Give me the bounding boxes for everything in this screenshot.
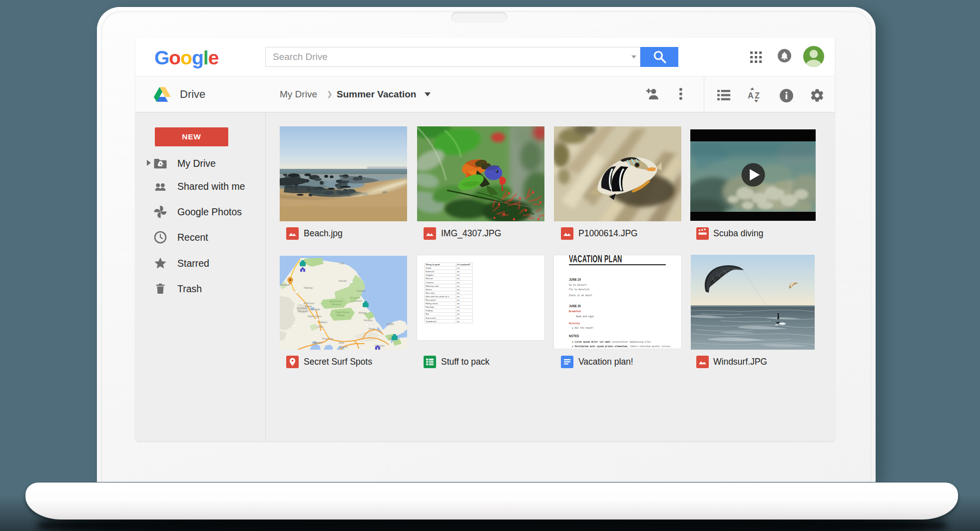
svg-text:MCBH: MCBH <box>387 323 394 326</box>
svg-text:Hiking shoes: Hiking shoes <box>426 302 439 305</box>
svg-text:no: no <box>457 277 460 280</box>
svg-text:Fly to Honolulu: Fly to Honolulu <box>569 288 590 291</box>
svg-text:Breakfast: Breakfast <box>569 310 581 313</box>
svg-text:no: no <box>457 274 460 276</box>
svg-text:Waialua: Waialua <box>281 283 290 286</box>
svg-text:Hauula: Hauula <box>339 279 347 282</box>
svg-text:O Kahana: O Kahana <box>351 299 362 302</box>
svg-text:● Hit the beach!: ● Hit the beach! <box>572 327 594 329</box>
svg-text:Towel: Towel <box>426 267 431 269</box>
svg-text:Flip flops: Flip flops <box>426 306 435 308</box>
svg-text:Waipahu: Waipahu <box>313 341 323 344</box>
svg-text:no: no <box>457 320 460 323</box>
svg-text:Halawa: Halawa <box>339 345 348 348</box>
svg-text:Kahaluu: Kahaluu <box>364 319 373 322</box>
svg-text:Memory card: Memory card <box>426 285 439 287</box>
svg-text:no: no <box>457 281 460 284</box>
svg-text:Wahiawa: Wahiawa <box>310 308 320 311</box>
svg-text:A: A <box>748 91 754 100</box>
svg-text:no: no <box>457 295 460 298</box>
svg-text:no: no <box>457 292 460 294</box>
svg-text:Wapio Acres: Wapio Acres <box>308 315 322 318</box>
svg-text:Refuge: Refuge <box>337 314 345 317</box>
svg-text:Aiea: Aiea <box>339 341 344 344</box>
svg-text:JUNE 30: JUNE 30 <box>569 304 581 308</box>
svg-text:Wetsuit: Wetsuit <box>426 277 433 280</box>
svg-text:Kaaawa: Kaaawa <box>357 289 366 292</box>
svg-text:no: no <box>457 306 460 308</box>
svg-text:Thing to pack: Thing to pack <box>426 263 440 266</box>
svg-text:Shorts: Shorts <box>426 288 432 291</box>
svg-text:Laie: Laie <box>340 262 345 265</box>
svg-text:Drybag: Drybag <box>426 309 433 312</box>
svg-text:no: no <box>457 317 460 319</box>
svg-text:no: no <box>457 270 460 273</box>
svg-text:Haleiwa: Haleiwa <box>304 286 313 289</box>
svg-text:no: no <box>457 299 460 301</box>
svg-text:no: no <box>457 302 460 305</box>
svg-text:VACATION PLAN: VACATION PLAN <box>569 255 622 265</box>
svg-text:Toothbrush: Toothbrush <box>426 320 437 323</box>
svg-text:no: no <box>457 267 460 269</box>
svg-text:Mokike: Mokike <box>359 311 367 314</box>
svg-text:no: no <box>457 288 460 291</box>
svg-text:Spam and eggs: Spam and eggs <box>576 315 594 318</box>
svg-text:no: no <box>457 313 460 315</box>
svg-text:Mililani: Mililani <box>320 321 327 324</box>
svg-text:NOTES: NOTES <box>569 334 579 338</box>
svg-text:Reserve: Reserve <box>332 303 341 306</box>
svg-text:Heeia: Heeia <box>369 327 375 330</box>
svg-text:Goggles: Goggles <box>426 274 434 276</box>
svg-text:● Lorem ipsum dolor sit amet c: ● Lorem ipsum dolor sit amet consectetue… <box>572 341 652 343</box>
svg-text:Is it packed?: Is it packed? <box>457 263 471 266</box>
svg-text:Shirt with the shark on it: Shirt with the shark on it <box>426 295 450 298</box>
svg-text:Activity: Activity <box>569 322 580 325</box>
svg-text:Pearl City: Pearl City <box>322 337 333 340</box>
svg-text:O'ahu: O'ahu <box>317 325 323 328</box>
svg-text:Nice shirt: Nice shirt <box>426 292 435 294</box>
svg-text:● Vestibulum ante ipsum primis: ● Vestibulum ante ipsum primis elementum… <box>572 345 671 348</box>
svg-text:no: no <box>457 285 460 287</box>
svg-text:Nice pants: Nice pants <box>426 299 437 301</box>
svg-text:Hat: Hat <box>426 313 430 315</box>
svg-text:JUNE 29: JUNE 29 <box>569 278 581 282</box>
svg-text:Sunscreen: Sunscreen <box>426 317 437 319</box>
svg-text:Swimsuit: Swimsuit <box>426 270 435 273</box>
svg-text:Go to airport: Go to airport <box>569 284 587 286</box>
svg-text:Camera: Camera <box>426 281 434 284</box>
svg-text:Z: Z <box>755 91 760 100</box>
svg-text:Barracks: Barracks <box>298 310 308 313</box>
svg-text:Check in at Hotel: Check in at Hotel <box>569 294 592 297</box>
svg-text:no: no <box>457 309 460 312</box>
